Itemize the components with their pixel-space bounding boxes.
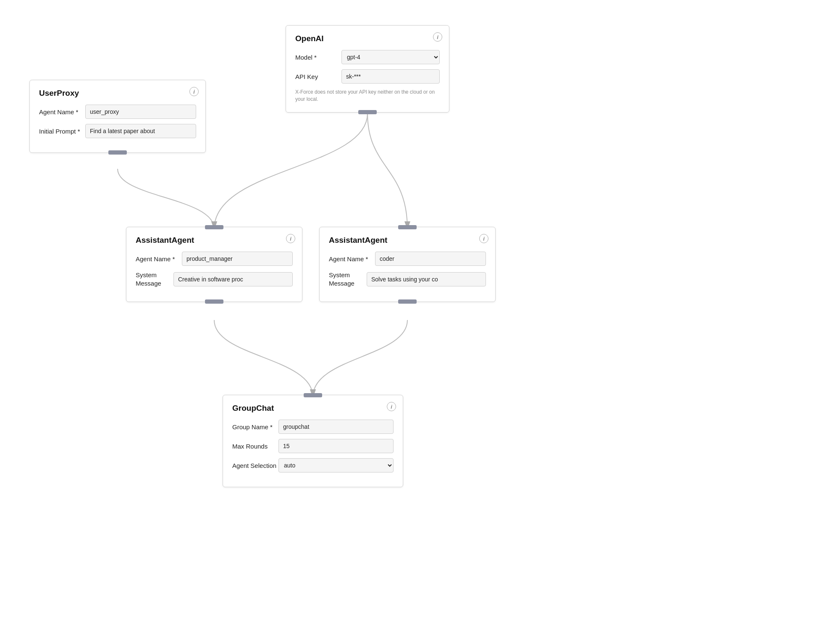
- openai-title: OpenAI: [295, 34, 440, 43]
- assistant-left-systemmsg-row: SystemMessage: [136, 271, 293, 287]
- assistant-left-bottom-handle: [205, 299, 223, 304]
- userproxy-initialprompt-label: Initial Prompt *: [39, 128, 85, 135]
- assistant-right-agentname-input[interactable]: [375, 252, 486, 266]
- assistant-left-agentname-row: Agent Name *: [136, 252, 293, 266]
- assistant-left-systemmsg-label: SystemMessage: [136, 271, 173, 287]
- groupchat-top-handle: [304, 393, 322, 397]
- groupchat-agentselection-label: Agent Selection: [232, 462, 278, 469]
- assistant-right-node: AssistantAgent i Agent Name * SystemMess…: [319, 227, 496, 302]
- assistant-left-agentname-label: Agent Name *: [136, 255, 182, 262]
- userproxy-agentname-label: Agent Name *: [39, 108, 85, 116]
- openai-model-label: Model *: [295, 54, 341, 61]
- groupchat-agentselection-select[interactable]: auto round_robin random: [278, 458, 394, 472]
- userproxy-agentname-row: Agent Name *: [39, 105, 196, 119]
- assistant-right-info-button[interactable]: i: [479, 234, 488, 243]
- groupchat-info-button[interactable]: i: [387, 402, 396, 411]
- openai-apikey-row: API Key: [295, 69, 440, 84]
- groupchat-node: GroupChat i Group Name * Max Rounds Agen…: [223, 395, 403, 487]
- assistant-right-top-handle: [398, 225, 417, 229]
- openai-model-select[interactable]: gpt-4 gpt-3.5-turbo gpt-4-turbo: [341, 50, 440, 64]
- groupchat-groupname-row: Group Name *: [232, 420, 394, 434]
- openai-node: OpenAI i Model * gpt-4 gpt-3.5-turbo gpt…: [286, 25, 449, 113]
- assistant-right-agentname-label: Agent Name *: [329, 255, 375, 262]
- openai-api-hint: X-Force does not store your API key neit…: [295, 89, 438, 103]
- assistant-left-title: AssistantAgent: [136, 236, 293, 245]
- assistant-right-systemmsg-row: SystemMessage: [329, 271, 486, 287]
- groupchat-groupname-label: Group Name *: [232, 423, 278, 430]
- userproxy-title: UserProxy: [39, 89, 196, 98]
- openai-apikey-input[interactable]: [341, 69, 440, 84]
- userproxy-initialprompt-input[interactable]: [85, 124, 196, 138]
- userproxy-node: UserProxy i Agent Name * Initial Prompt …: [29, 80, 206, 153]
- assistant-left-top-handle: [205, 225, 223, 229]
- assistant-left-node: AssistantAgent i Agent Name * SystemMess…: [126, 227, 302, 302]
- userproxy-agentname-input[interactable]: [85, 105, 196, 119]
- userproxy-info-button[interactable]: i: [189, 87, 199, 96]
- openai-info-button[interactable]: i: [433, 32, 442, 42]
- assistant-right-systemmsg-label: SystemMessage: [329, 271, 367, 287]
- groupchat-agentselection-row: Agent Selection auto round_robin random: [232, 458, 394, 472]
- assistant-right-title: AssistantAgent: [329, 236, 486, 245]
- groupchat-groupname-input[interactable]: [278, 420, 394, 434]
- openai-apikey-label: API Key: [295, 73, 341, 80]
- assistant-right-systemmsg-input[interactable]: [367, 272, 486, 286]
- assistant-right-agentname-row: Agent Name *: [329, 252, 486, 266]
- assistant-left-agentname-input[interactable]: [182, 252, 293, 266]
- groupchat-maxrounds-label: Max Rounds: [232, 443, 278, 450]
- groupchat-maxrounds-input[interactable]: [278, 439, 394, 453]
- userproxy-initialprompt-row: Initial Prompt *: [39, 124, 196, 138]
- openai-bottom-handle: [358, 110, 377, 114]
- groupchat-title: GroupChat: [232, 404, 394, 413]
- assistant-left-info-button[interactable]: i: [286, 234, 295, 243]
- openai-model-row: Model * gpt-4 gpt-3.5-turbo gpt-4-turbo: [295, 50, 440, 64]
- assistant-left-systemmsg-input[interactable]: [173, 272, 293, 286]
- assistant-right-bottom-handle: [398, 299, 417, 304]
- userproxy-bottom-handle: [108, 150, 127, 155]
- groupchat-maxrounds-row: Max Rounds: [232, 439, 394, 453]
